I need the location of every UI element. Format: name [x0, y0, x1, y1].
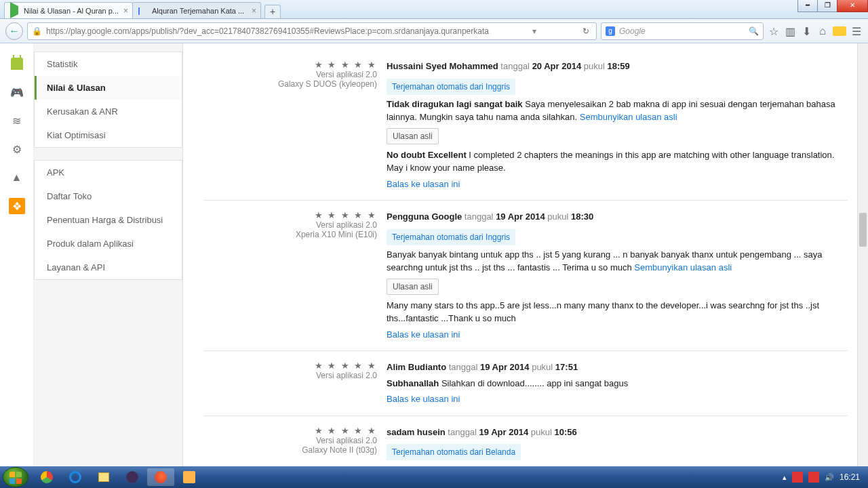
sidebar-item-nilai-ulasan[interactable]: Nilai & Ulasan	[35, 76, 182, 100]
browser-tab-active[interactable]: Nilai & Ulasan - Al Quran p... ×	[4, 2, 133, 18]
review-meta: ★ ★ ★ ★ ★Versi aplikasi 2.0	[203, 361, 387, 406]
menu-icon[interactable]: ☰	[850, 25, 863, 37]
icon-rail: 🎮 ≋ ⚙ ▲ ❖	[0, 43, 34, 466]
review-author: Hussaini Syed Mohammed	[387, 61, 498, 71]
version-label: Versi aplikasi 2.0	[203, 371, 377, 380]
url-input[interactable]: 🔒 https://play.google.com/apps/publish/?…	[27, 22, 597, 40]
review-body: Alim Budianto tanggal 19 Apr 2014 pukul …	[387, 361, 848, 406]
original-label: Ulasan asli	[387, 128, 439, 144]
tray-flag-icon[interactable]	[808, 472, 819, 483]
rail-alerts-icon[interactable]: ▲	[9, 169, 25, 186]
sidebar-item-kerusakan-anr[interactable]: Kerusakan & ANR	[35, 100, 182, 123]
close-button[interactable]: ✕	[837, 0, 868, 12]
star-rating: ★ ★ ★ ★ ★	[203, 426, 377, 436]
browser-tab[interactable]: Alquran Terjemahan Kata ... ×	[132, 2, 261, 18]
review-row: ★ ★ ★ ★ ★Versi aplikasi 2.0Galaxy S DUOS…	[203, 50, 848, 201]
sidebar: Statistik Nilai & Ulasan Kerusakan & ANR…	[34, 43, 183, 466]
version-label: Versi aplikasi 2.0	[203, 220, 377, 230]
translated-badge: Terjemahan otomatis dari Belanda	[387, 444, 521, 460]
reply-link[interactable]: Balas ke ulasan ini	[387, 392, 848, 406]
sidebar-item-produk-aplikasi[interactable]: Produk dalam Aplikasi	[35, 232, 182, 256]
version-label: Versi aplikasi 2.0	[203, 436, 377, 445]
reviews-panel: ★ ★ ★ ★ ★Versi aplikasi 2.0Galaxy S DUOS…	[183, 43, 868, 466]
sidebar-item-kiat-optimisasi[interactable]: Kiat Optimisasi	[35, 123, 182, 147]
sidebar-item-statistik[interactable]: Statistik	[35, 52, 182, 76]
tray-show-hidden-icon[interactable]: ▴	[783, 473, 787, 482]
review-author: Pengguna Google	[387, 211, 462, 222]
reply-link[interactable]: Balas ke ulasan ini	[387, 178, 848, 191]
rail-help-icon[interactable]: ❖	[9, 198, 25, 214]
device-label: Xperia X10 Mini (E10i)	[203, 230, 377, 239]
device-label: Galaxy S DUOS (kyleopen)	[203, 79, 377, 89]
home-icon[interactable]: ⌂	[816, 25, 829, 37]
tab-close-icon[interactable]: ×	[252, 6, 256, 16]
rail-services-icon[interactable]: ≋	[9, 113, 25, 129]
browser-titlebar: Nilai & Ulasan - Al Quran p... × Alquran…	[0, 0, 868, 19]
review-text: Subhanallah Silahkan di download........…	[387, 377, 848, 390]
review-meta: ★ ★ ★ ★ ★Versi aplikasi 2.0Galaxy S DUOS…	[203, 60, 387, 190]
sidebar-item-layanan-api[interactable]: Layanan & API	[35, 256, 182, 279]
taskbar-firefox-active[interactable]	[147, 468, 174, 486]
page-content: 🎮 ≋ ⚙ ▲ ❖ Statistik Nilai & Ulasan Kerus…	[0, 43, 868, 466]
star-rating: ★ ★ ★ ★ ★	[203, 210, 377, 220]
review-meta: ★ ★ ★ ★ ★Versi aplikasi 2.0Xperia X10 Mi…	[203, 210, 387, 341]
new-tab-button[interactable]: +	[264, 5, 281, 18]
tray-clock[interactable]: 16:21	[840, 472, 860, 482]
lock-icon: 🔒	[32, 26, 42, 36]
tray-volume-icon[interactable]: 🔊	[825, 473, 834, 482]
sidebar-group-1: Statistik Nilai & Ulasan Kerusakan & ANR…	[34, 52, 182, 148]
review-original-text: Many many stars to ths app..5 are jst le…	[387, 299, 848, 325]
taskbar-app[interactable]	[176, 468, 203, 486]
taskbar-explorer[interactable]	[90, 468, 117, 486]
scrollbar[interactable]	[857, 43, 868, 466]
review-body: Hussaini Syed Mohammed tanggal 20 Apr 20…	[387, 60, 848, 190]
dropdown-icon[interactable]: ▾	[528, 26, 540, 36]
addon-icon[interactable]	[833, 26, 846, 36]
original-label: Ulasan asli	[387, 279, 439, 295]
hide-original-link[interactable]: Sembunyikan ulasan asli	[580, 112, 677, 122]
maximize-button[interactable]: ❐	[817, 0, 837, 12]
taskbar-ie[interactable]	[62, 468, 89, 486]
scrollbar-thumb[interactable]	[859, 213, 867, 247]
tab-title: Alquran Terjemahan Kata ...	[152, 7, 244, 15]
google-icon: g	[606, 26, 615, 36]
review-row: ★ ★ ★ ★ ★Versi aplikasi 2.0Xperia X10 Mi…	[203, 201, 848, 351]
reload-icon[interactable]: ↻	[580, 26, 592, 36]
rail-android-icon[interactable]	[9, 56, 25, 72]
review-original-text: No doubt Excellent I completed 2 chapter…	[387, 148, 848, 175]
tray-security-icon[interactable]	[792, 472, 803, 483]
reply-link[interactable]: Balas ke ulasan ini	[387, 328, 848, 342]
review-header: Pengguna Google tanggal 19 Apr 2014 puku…	[387, 210, 848, 224]
translate-favicon	[138, 6, 148, 16]
review-header: sadam husein tanggal 19 Apr 2014 pukul 1…	[387, 426, 848, 439]
review-header: Alim Budianto tanggal 19 Apr 2014 pukul …	[387, 361, 848, 374]
review-header: Hussaini Syed Mohammed tanggal 20 Apr 20…	[387, 60, 848, 73]
start-button[interactable]	[3, 467, 28, 487]
bookmark-star-icon[interactable]: ☆	[768, 25, 780, 37]
url-text: https://play.google.com/apps/publish/?de…	[46, 26, 489, 36]
downloads-icon[interactable]: ⬇	[800, 25, 812, 37]
sidebar-item-daftar-toko[interactable]: Daftar Toko	[35, 184, 182, 208]
rail-settings-icon[interactable]: ⚙	[9, 141, 25, 157]
taskbar-chrome[interactable]	[33, 468, 60, 486]
review-text: Tidak diragukan lagi sangat baik Saya me…	[387, 98, 848, 124]
search-input[interactable]: g Google 🔍	[601, 22, 764, 40]
review-row: ★ ★ ★ ★ ★Versi aplikasi 2.0Alim Budianto…	[203, 351, 848, 416]
tab-close-icon[interactable]: ×	[123, 6, 128, 16]
minimize-button[interactable]: ━	[797, 0, 818, 12]
translated-badge: Terjemahan otomatis dari Inggris	[387, 229, 515, 245]
hide-original-link[interactable]: Sembunyikan ulasan asli	[634, 262, 732, 272]
search-icon[interactable]: 🔍	[749, 26, 759, 36]
sidebar-group-2: APK Daftar Toko Penentuan Harga & Distri…	[34, 160, 182, 280]
review-body: Pengguna Google tanggal 19 Apr 2014 puku…	[387, 210, 848, 341]
sidebar-item-harga-distribusi[interactable]: Penentuan Harga & Distribusi	[35, 208, 182, 232]
tab-title: Nilai & Ulasan - Al Quran p...	[24, 7, 119, 15]
sidebar-item-apk[interactable]: APK	[35, 161, 182, 184]
star-rating: ★ ★ ★ ★ ★	[203, 60, 377, 70]
rail-games-icon[interactable]: 🎮	[9, 84, 25, 100]
address-bar: ← 🔒 https://play.google.com/apps/publish…	[0, 19, 868, 43]
version-label: Versi aplikasi 2.0	[203, 70, 377, 79]
taskbar-eclipse[interactable]	[119, 468, 146, 486]
back-button[interactable]: ←	[5, 22, 23, 40]
library-icon[interactable]: ▥	[784, 25, 796, 37]
